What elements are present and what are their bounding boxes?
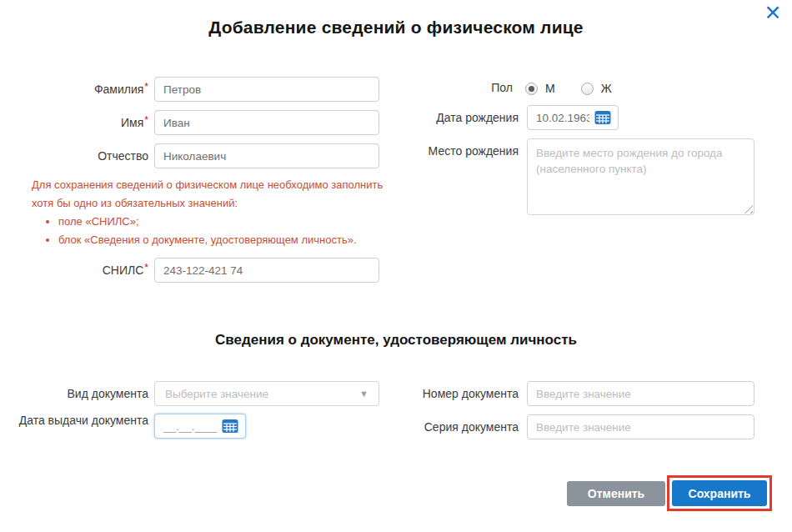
required-asterisk: *	[144, 114, 148, 126]
gender-male-label: М	[545, 82, 555, 95]
required-asterisk: *	[144, 81, 148, 93]
birth-place-label: Место рождения	[367, 138, 519, 163]
snils-input[interactable]	[154, 258, 379, 283]
snils-label: СНИЛС*	[0, 258, 148, 284]
doc-series-label: Серия документа	[367, 414, 519, 439]
doc-type-label: Вид документа	[0, 381, 148, 406]
gender-label: Пол	[367, 76, 513, 99]
birth-date-label: Дата рождения	[367, 105, 519, 130]
doc-series-input[interactable]	[527, 414, 754, 439]
warning-text: Для сохранения сведений о физическом лиц…	[32, 176, 399, 249]
close-button[interactable]: ✕	[760, 0, 785, 25]
warning-line: Для сохранения сведений о физическом лиц…	[32, 176, 399, 194]
warning-list: поле «СНИЛС»; блок «Сведения о документе…	[32, 213, 399, 249]
cancel-button[interactable]: Отменить	[567, 481, 665, 506]
warning-line: хотя бы одно из обязательных значений:	[32, 194, 399, 213]
gender-male-radio[interactable]	[525, 83, 538, 95]
patronymic-label: Отчество	[0, 143, 148, 168]
surname-label: Фамилия*	[0, 77, 148, 103]
save-highlight-box: Сохранить	[667, 475, 772, 511]
save-button[interactable]: Сохранить	[672, 480, 767, 506]
gender-radio-group: М Ж	[525, 82, 612, 95]
calendar-icon[interactable]	[594, 110, 611, 125]
patronymic-input[interactable]	[154, 143, 379, 168]
dialog-title: Добавление сведений о физическом лице	[0, 18, 792, 38]
birth-place-textarea[interactable]	[527, 138, 754, 215]
doc-number-input[interactable]	[527, 381, 754, 406]
issue-date-label: Дата выдачи документа	[0, 414, 148, 427]
add-person-dialog: Добавление сведений о физическом лице ✕ …	[0, 0, 792, 532]
gender-female-radio[interactable]	[581, 83, 594, 95]
birth-date-input[interactable]	[536, 112, 589, 124]
issue-date-input[interactable]	[163, 420, 217, 433]
doc-type-placeholder: Выберите значение	[165, 388, 359, 400]
calendar-icon[interactable]	[222, 419, 238, 434]
required-asterisk: *	[144, 262, 148, 274]
issue-date-field	[154, 414, 246, 439]
close-icon: ✕	[764, 3, 782, 23]
gender-female-label: Ж	[601, 82, 612, 95]
warning-item: блок «Сведения о документе, удостоверяющ…	[58, 231, 399, 249]
surname-input[interactable]	[154, 77, 379, 102]
doc-type-select[interactable]: Выберите значение ▼	[154, 381, 379, 406]
birth-date-field	[527, 105, 619, 130]
name-input[interactable]	[154, 110, 379, 135]
name-label: Имя*	[0, 110, 148, 136]
document-section-title: Сведения о документе, удостоверяющем лич…	[0, 332, 792, 349]
doc-number-label: Номер документа	[367, 381, 519, 406]
warning-item: поле «СНИЛС»;	[58, 213, 399, 231]
